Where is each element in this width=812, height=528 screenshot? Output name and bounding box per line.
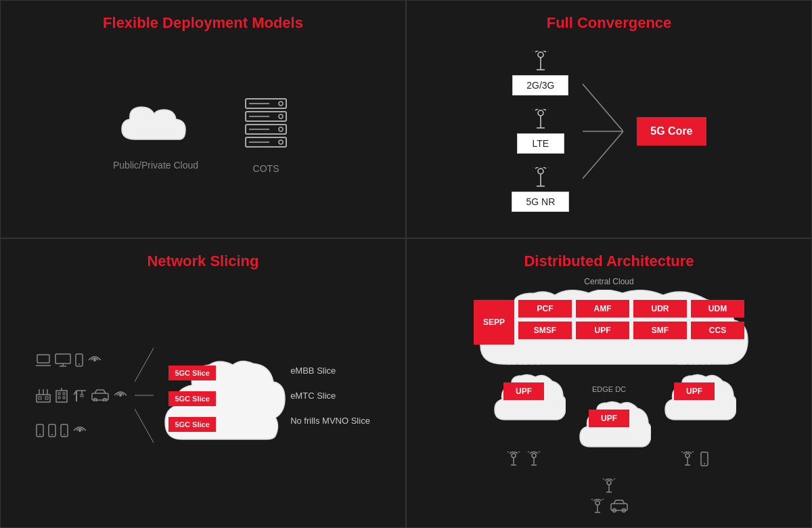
svg-point-69 bbox=[607, 481, 611, 485]
svg-rect-24 bbox=[37, 355, 49, 363]
svg-point-10 bbox=[279, 140, 283, 144]
svg-rect-33 bbox=[39, 397, 41, 399]
cloud-label: Public/Private Cloud bbox=[113, 160, 198, 171]
svg-point-4 bbox=[279, 114, 283, 118]
nf-udm: UDM bbox=[691, 300, 744, 317]
slice-row-2: 5GC Slice bbox=[168, 391, 277, 406]
monitor-icon bbox=[55, 353, 71, 367]
phone-icon-row3a bbox=[36, 424, 44, 437]
5g-core-box: 5G Core bbox=[637, 117, 706, 146]
q3-network-slicing: Network Slicing bbox=[0, 238, 406, 528]
slicing-devices bbox=[36, 353, 128, 438]
svg-line-60 bbox=[135, 348, 154, 382]
nf-upf-central: UPF bbox=[576, 322, 629, 339]
slice-cloud: 5GC Slice 5GC Slice 5GC Slice bbox=[155, 345, 284, 446]
svg-point-59 bbox=[78, 429, 81, 432]
laptop-icon bbox=[36, 354, 51, 366]
svg-point-58 bbox=[64, 434, 65, 435]
q4-distributed-architecture: Distributed Architecture Central Cloud S… bbox=[406, 238, 812, 528]
svg-point-56 bbox=[51, 434, 53, 435]
main-grid: Flexible Deployment Models Public/Privat… bbox=[0, 0, 812, 528]
device-row-3 bbox=[36, 423, 128, 438]
q2-full-convergence: Full Convergence 2G/3G bbox=[406, 0, 812, 238]
svg-line-62 bbox=[135, 409, 154, 443]
antenna-5gnr bbox=[530, 167, 551, 189]
edge3-phone bbox=[700, 452, 708, 466]
box-2g3g: 2G/3G bbox=[512, 75, 568, 95]
edge-dc-1: EDGE DC UPF bbox=[491, 358, 556, 466]
cots-label: COTS bbox=[253, 163, 279, 174]
phone-icon-row1 bbox=[75, 353, 83, 367]
svg-rect-39 bbox=[58, 393, 60, 395]
edge-row: EDGE DC UPF bbox=[491, 358, 727, 514]
nf-ccs: CCS bbox=[691, 322, 744, 339]
q2-title: Full Convergence bbox=[547, 14, 672, 32]
edge2-car-icon bbox=[610, 499, 628, 514]
svg-point-12 bbox=[538, 52, 543, 58]
q4-content: Central Cloud SEPP PCF AMF bbox=[420, 277, 798, 514]
edge2-antenna2 bbox=[590, 499, 605, 514]
nf-smf: SMF bbox=[633, 322, 687, 339]
central-cloud-label: Central Cloud bbox=[467, 277, 751, 286]
slice-label-2: eMTC Slice bbox=[290, 391, 370, 401]
svg-point-72 bbox=[595, 501, 600, 505]
q4-title: Distributed Architecture bbox=[524, 252, 694, 270]
svg-point-15 bbox=[538, 110, 543, 116]
svg-point-18 bbox=[538, 169, 543, 174]
edge3-antenna1 bbox=[680, 452, 695, 466]
antenna-2g3g bbox=[530, 51, 551, 72]
device-row-2 bbox=[36, 388, 128, 403]
slice-labels: eMBB Slice eMTC Slice No frills MVNO Sli… bbox=[290, 366, 370, 426]
cots-item: COTS bbox=[239, 95, 293, 174]
antenna-lte bbox=[530, 109, 551, 131]
cloud-item: Public/Private Cloud bbox=[113, 99, 198, 171]
nf-amf: AMF bbox=[576, 300, 629, 317]
svg-point-66 bbox=[532, 454, 536, 458]
svg-point-52 bbox=[119, 394, 122, 397]
nf-smsf: SMSF bbox=[518, 322, 572, 339]
svg-line-21 bbox=[583, 84, 623, 131]
node-lte: LTE bbox=[517, 109, 564, 154]
q3-title: Network Slicing bbox=[147, 252, 258, 270]
convergence-nodes: 2G/3G LTE bbox=[512, 51, 569, 212]
box-lte: LTE bbox=[517, 133, 564, 154]
q3-content: 5GC Slice 5GC Slice 5GC Slice eMBB Slice… bbox=[14, 277, 392, 514]
slice-box-2: 5GC Slice bbox=[168, 391, 216, 406]
svg-rect-41 bbox=[58, 397, 60, 399]
svg-rect-42 bbox=[63, 397, 65, 399]
crane-icon bbox=[72, 388, 87, 403]
edge-dc-3: EDGE DC UPF bbox=[662, 358, 727, 466]
slice-label-1: eMBB Slice bbox=[290, 366, 370, 376]
svg-rect-38 bbox=[56, 391, 67, 402]
svg-rect-34 bbox=[45, 397, 48, 399]
server-icon bbox=[239, 95, 293, 156]
central-cloud: Central Cloud SEPP PCF AMF bbox=[467, 277, 751, 355]
cloud-icon bbox=[115, 99, 196, 153]
q1-flexible-deployment: Flexible Deployment Models Public/Privat… bbox=[0, 0, 406, 238]
nf-udr: UDR bbox=[633, 300, 687, 317]
edge-dc-2: EDGE DC UPF bbox=[577, 385, 641, 514]
q1-title: Flexible Deployment Models bbox=[103, 14, 303, 32]
phone-icon-row3c bbox=[60, 424, 68, 437]
svg-point-63 bbox=[512, 454, 516, 458]
phone-icon-row3b bbox=[48, 424, 56, 437]
svg-rect-26 bbox=[55, 354, 70, 364]
slice-row-3: 5GC Slice bbox=[168, 417, 277, 432]
edge2-antenna bbox=[602, 479, 616, 493]
slice-row-1: 5GC Slice bbox=[168, 366, 277, 380]
svg-point-31 bbox=[93, 359, 96, 361]
car-icon bbox=[91, 389, 109, 401]
svg-line-23 bbox=[583, 131, 623, 179]
edge-dc-2-label: EDGE DC bbox=[592, 385, 626, 393]
svg-rect-40 bbox=[63, 393, 65, 395]
wifi-icon-row2 bbox=[113, 388, 128, 403]
nf-sepp: SEPP bbox=[474, 300, 514, 345]
nf-pcf: PCF bbox=[518, 300, 572, 317]
edge1-antenna1 bbox=[506, 452, 521, 466]
edge-dc-2-upf: UPF bbox=[589, 410, 629, 427]
building-icon bbox=[55, 388, 68, 403]
edge-dc-1-upf: UPF bbox=[503, 382, 544, 400]
node-5gnr: 5G NR bbox=[512, 167, 569, 212]
svg-point-1 bbox=[279, 102, 283, 106]
convergence-lines bbox=[583, 64, 623, 199]
